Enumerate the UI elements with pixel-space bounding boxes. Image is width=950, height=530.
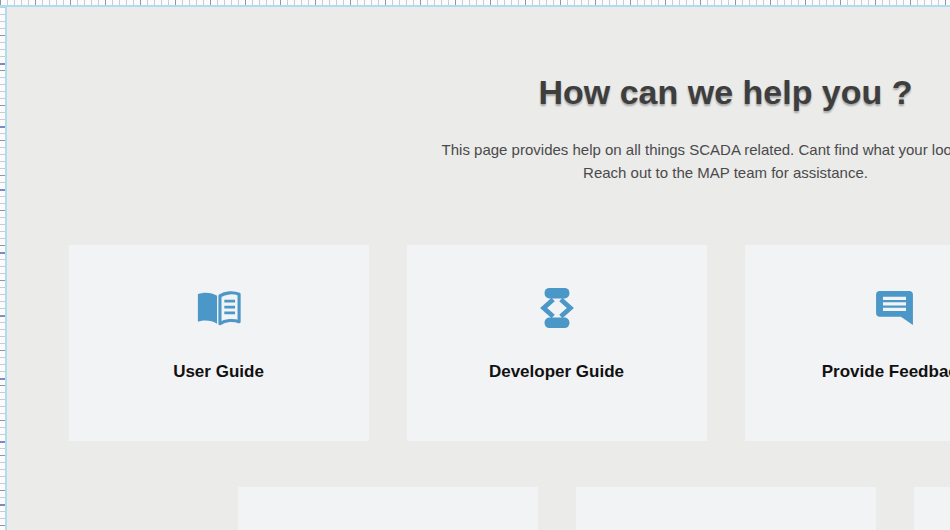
card-label: User Guide [173, 362, 264, 382]
card[interactable] [576, 487, 876, 530]
left-ruler [0, 0, 7, 530]
top-ruler [0, 0, 950, 7]
card-row-2 [238, 487, 950, 530]
help-cards: User Guide Developer Guide [69, 245, 950, 530]
open-book-icon [195, 286, 242, 330]
card[interactable] [238, 487, 538, 530]
page-subtitle: This page provides help on all things SC… [442, 138, 950, 184]
developer-mode-icon [535, 286, 579, 330]
card-label: Provide Feedback [822, 362, 950, 382]
card-provide-feedback[interactable]: Provide Feedback [745, 245, 950, 441]
page-subtitle-line-2: Reach out to the MAP team for assistance… [442, 161, 950, 184]
feedback-chat-icon [876, 286, 913, 330]
card-row-1: User Guide Developer Guide [69, 245, 950, 441]
help-page-canvas: How can we help you ? This page provides… [9, 7, 950, 530]
card-developer-guide[interactable]: Developer Guide [407, 245, 707, 441]
page-title: How can we help you ? [538, 73, 912, 111]
card-user-guide[interactable]: User Guide [69, 245, 369, 441]
card[interactable] [914, 487, 950, 530]
card-label: Developer Guide [489, 362, 624, 382]
page-subtitle-line-1: This page provides help on all things SC… [442, 138, 950, 161]
